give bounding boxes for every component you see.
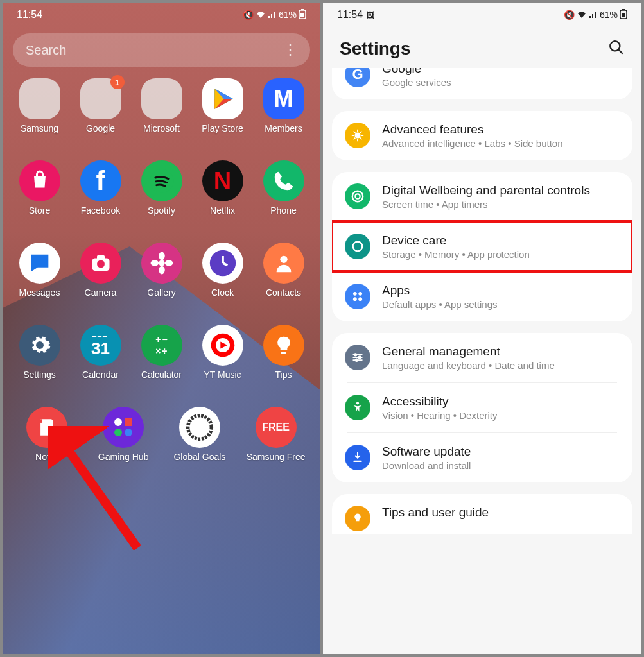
app-label: Microsoft <box>143 123 180 133</box>
app-label: Contacts <box>266 287 301 298</box>
signal-icon <box>589 10 598 20</box>
app-label: Play Store <box>202 123 243 133</box>
app-messages[interactable]: Messages <box>15 243 65 298</box>
app-label: Phone <box>270 205 296 216</box>
svg-point-38 <box>359 356 361 358</box>
digital-wellbeing-and-parental-controls-icon <box>345 183 370 209</box>
google-icon: G <box>345 68 370 87</box>
app-clock[interactable]: Clock <box>198 243 248 298</box>
item-title: Google <box>382 68 620 76</box>
app-icon: N <box>202 160 243 201</box>
app-facebook[interactable]: fFacebook <box>76 160 126 216</box>
item-title: Tips and user guide <box>382 506 620 520</box>
device-care-icon <box>345 234 370 259</box>
image-icon: 🖼 <box>366 10 374 20</box>
app-store[interactable]: Store <box>15 160 65 216</box>
svg-point-7 <box>159 260 165 266</box>
svg-point-28 <box>355 194 360 198</box>
app-icon <box>80 243 121 284</box>
notification-badge: 1 <box>110 75 125 89</box>
accessibility-icon <box>345 395 370 420</box>
settings-item-device-care[interactable]: Device careStorage • Memory • App protec… <box>332 222 632 271</box>
item-title: Digital Wellbeing and parental controls <box>382 183 620 198</box>
svg-rect-18 <box>281 352 286 354</box>
app-icon: ━━━31 <box>80 325 121 366</box>
advanced-features-icon <box>345 123 370 148</box>
settings-item-tips-and-user-guide[interactable]: Tips and user guide <box>332 494 632 534</box>
app-global-goals[interactable]: Global Goals <box>175 407 225 462</box>
settings-item-advanced-features[interactable]: Advanced featuresAdvanced intelligence •… <box>332 111 632 160</box>
app-label: Global Goals <box>173 452 225 462</box>
settings-item-digital-wellbeing-and-parental-controls[interactable]: Digital Wellbeing and parental controlsS… <box>332 172 632 221</box>
svg-rect-1 <box>301 9 304 10</box>
statusbar-left: 11:54 🔇 61% <box>3 3 320 27</box>
app-icon <box>103 407 144 448</box>
settings-item-accessibility[interactable]: AccessibilityVision • Hearing • Dexterit… <box>332 383 632 432</box>
app-gallery[interactable]: Gallery <box>137 243 187 298</box>
item-title: Device care <box>382 234 620 248</box>
app-notes[interactable]: Notes <box>22 407 72 462</box>
app-phone[interactable]: Phone <box>259 160 309 216</box>
app-google[interactable]: 1Google <box>76 78 126 133</box>
item-subtitle: Default apps • App settings <box>382 299 620 310</box>
settings-item-google[interactable]: GGoogleGoogle services <box>332 68 632 99</box>
app-gaming-hub[interactable]: Gaming Hub <box>98 407 148 462</box>
signal-icon <box>268 10 277 20</box>
item-subtitle: Download and install <box>382 460 620 471</box>
svg-point-40 <box>356 402 359 404</box>
app-contacts[interactable]: Contacts <box>259 243 309 298</box>
app-calendar[interactable]: ━━━31Calendar <box>76 325 126 380</box>
app-label: Calendar <box>82 370 119 380</box>
app-label: Store <box>29 205 50 216</box>
app-samsung-free[interactable]: FREESamsung Free <box>251 407 301 462</box>
settings-item-general-management[interactable]: General managementLanguage and keyboard … <box>332 333 632 382</box>
settings-list: GGoogleGoogle servicesAdvanced featuresA… <box>323 68 641 534</box>
settings-screen: 11:54 🖼 🔇 61% Settings GGoogleGoogle ser… <box>323 3 641 654</box>
app-label: Calculator <box>141 370 182 380</box>
item-title: Accessibility <box>382 395 620 409</box>
app-icon: +−×÷ <box>141 325 182 366</box>
app-play-store[interactable]: Play Store <box>198 78 248 133</box>
svg-point-37 <box>354 354 356 355</box>
app-icon <box>179 407 220 448</box>
search-placeholder: Search <box>26 43 66 58</box>
settings-item-apps[interactable]: AppsDefault apps • App settings <box>332 272 632 321</box>
app-label: Spotify <box>148 205 175 216</box>
app-label: Settings <box>23 370 56 380</box>
wifi-icon <box>577 10 587 20</box>
battery-text: 61% <box>279 10 297 20</box>
item-title: General management <box>382 345 620 359</box>
battery-icon <box>620 9 627 21</box>
app-label: Camera <box>85 287 117 298</box>
app-calculator[interactable]: +−×÷Calculator <box>137 325 187 380</box>
app-netflix[interactable]: NNetflix <box>198 160 248 216</box>
app-tips[interactable]: Tips <box>259 325 309 380</box>
search-icon[interactable] <box>608 39 625 58</box>
app-spotify[interactable]: Spotify <box>137 160 187 216</box>
status-icons: 🔇 61% <box>564 9 627 21</box>
mute-icon: 🔇 <box>243 10 254 20</box>
settings-item-software-update[interactable]: Software updateDownload and install <box>332 433 632 482</box>
app-microsoft[interactable]: Microsoft <box>137 78 187 133</box>
app-icon: f <box>80 160 121 201</box>
battery-text: 61% <box>600 10 618 20</box>
app-yt-music[interactable]: YT Music <box>198 325 248 380</box>
svg-point-27 <box>352 191 363 202</box>
item-subtitle: Storage • Memory • App protection <box>382 249 620 260</box>
app-settings[interactable]: Settings <box>15 325 65 380</box>
app-label: Messages <box>19 287 60 298</box>
app-label: Members <box>265 123 302 133</box>
app-icon: 1 <box>80 78 121 119</box>
app-camera[interactable]: Camera <box>76 243 126 298</box>
app-icon <box>263 243 304 284</box>
svg-point-39 <box>356 359 358 361</box>
app-members[interactable]: MMembers <box>259 78 309 133</box>
item-subtitle: Vision • Hearing • Dexterity <box>382 410 620 421</box>
wifi-icon <box>256 10 266 20</box>
app-samsung[interactable]: Samsung <box>15 78 65 133</box>
app-label: Gallery <box>147 287 175 298</box>
item-title: Advanced features <box>382 123 620 137</box>
app-icon <box>19 325 60 366</box>
search-bar[interactable]: Search ⋮ <box>13 33 310 67</box>
app-icon <box>141 78 182 119</box>
